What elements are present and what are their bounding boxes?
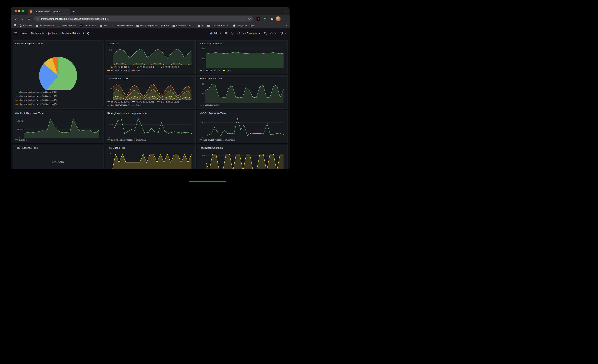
flag-extension-button[interactable] [262,16,268,22]
panel-title[interactable]: MySQL Response Time [199,111,285,115]
grafana-favicon-icon [30,10,33,13]
bookmark-item[interactable]: AI [198,24,203,27]
total-inbound-calls-chart[interactable]: 02016:11:0016:12:0016:13:0016:14:0016:15… [107,81,193,100]
inbound-response-codes-pie-chart[interactable] [15,46,101,90]
mysql-response-time-chart[interactable]: 0 ms50 ms16:11:0016:12:0016:13:0016:14:0… [199,115,285,138]
webhook-response-time-chart[interactable]: 0 ms250 ms500 ms16:11:0016:12:0016:13:00… [15,115,101,138]
bookmark-item[interactable]: hosted services [36,24,54,27]
legend-item[interactable]: sbc_terminations.mean {sipStatus: 487} [16,94,101,98]
panel-title[interactable]: Feature Server Calls [199,77,285,81]
site-info-icon[interactable] [36,17,39,20]
bookmark-star-icon[interactable] [248,17,251,20]
legend-item[interactable]: Total [223,69,231,72]
legend-item[interactable]: ip-172-20-10-126:3 [107,103,129,107]
forward-button[interactable] [19,16,25,22]
address-bar[interactable]: grafana.jambonz.cloud/d/oAM51epMz/jambon… [34,16,253,22]
panel-title[interactable]: TTS Response Time [15,146,101,150]
rtpengine-response-time-chart[interactable]: 0 ms5 ms16:11:0016:12:0016:13:0016:14:00… [107,115,193,138]
legend-item[interactable]: app_rtpengine_response_time.mean [107,138,146,142]
window-zoom-button[interactable] [22,10,24,12]
legend-item[interactable]: ip-172-20-10-126:3 [107,69,129,72]
bookmark-item[interactable]: Bard [160,24,169,27]
add-panel-icon [210,32,213,35]
feature-server-calls-chart[interactable]: 0204016:11:0016:12:0016:13:0016:14:0016:… [199,81,285,103]
window-close-button[interactable] [15,10,17,12]
panel-title[interactable]: Total Media Streams [199,41,285,46]
breadcrumb-separator: › [29,32,30,35]
bookmark-item[interactable]: UI builder framew... [207,24,229,27]
bookmarks-overflow-button[interactable]: » [286,24,287,27]
tab-overview-button[interactable] [284,9,287,13]
legend-item[interactable]: ip-172-20-10-126:1 [132,65,154,69]
panel-title[interactable]: Inbound Response Codes [15,41,101,46]
legend-item[interactable]: Total [132,69,141,72]
panel-title[interactable]: Total Calls [107,41,193,46]
folder-icon [36,24,39,27]
breadcrumb-item[interactable]: Dashboards [31,32,44,35]
legend-item[interactable]: sbc_terminations.mean {sipStatus: 603} [16,102,101,106]
legend-item[interactable]: ip-172-20-10-126:2 [157,100,179,103]
legend-item[interactable]: ip-172-20-10-252 [199,103,220,107]
svg-text:0 ms: 0 ms [19,137,23,138]
legend-item[interactable]: ip-172-20-10-126:2 [157,65,179,69]
tab-close-icon[interactable]: × [66,10,68,13]
legend-item[interactable]: ip-172-20-10-126:1 [132,100,154,103]
legend-item[interactable]: sbc_terminations.mean {sipStatus: 200} [16,90,101,94]
bookmark-label: UI builder framew... [211,24,229,27]
bookmark-item[interactable]: CLG-man email [80,24,96,27]
panel-title[interactable]: Total Inbound Calls [107,77,193,81]
extensions-menu-button[interactable] [269,16,274,22]
panel-title[interactable]: Webhook Response Time [15,111,101,115]
bookmark-item[interactable]: fern [100,24,107,27]
dashboard-settings-button[interactable] [231,32,234,35]
browser-tab[interactable]: Jambonz Metrics – jambonz × [28,8,70,15]
freeswitch-channels-chart[interactable]: 010016:11:0016:12:0016:13:0016:14:0016:1… [199,150,285,169]
legend-swatch [132,67,135,67]
favorite-star-icon[interactable]: ★ [82,32,84,35]
menu-toggle-button[interactable] [14,32,17,35]
legend-swatch [199,70,202,71]
apps-grid-icon[interactable] [13,24,16,27]
breadcrumb-item[interactable]: Home [21,32,27,35]
legend-item[interactable]: ip-172-20-10-126:0 [107,100,129,103]
breadcrumb-item[interactable]: Jambonz Metrics [61,32,80,35]
tv-mode-button[interactable] [280,32,286,35]
bookmark-item[interactable]: React Flow Pro [58,24,76,27]
legend-item[interactable]: ip-172-20-10-126 [199,69,220,72]
zoom-out-time-button[interactable] [264,32,267,35]
new-tab-button[interactable]: + [73,10,75,13]
add-button[interactable]: Add [210,32,221,35]
panel-title[interactable]: Freeswitch Channels [199,146,285,150]
total-media-streams-chart[interactable]: 020040016:11:0016:12:0016:13:0016:14:001… [199,46,285,68]
time-range-picker[interactable]: Last 5 minutes [237,32,260,35]
url-text[interactable]: grafana.jambonz.cloud/d/oAM51epMz/jambon… [41,17,246,20]
legend-label: ip-172-20-10-126:2 [161,66,179,68]
breadcrumb-item[interactable]: jambonz [48,32,57,35]
legend-item[interactable]: Total [132,103,141,107]
legend-item[interactable]: app_mysql_response_time.mean [199,138,234,142]
svg-text:0 ms: 0 ms [109,137,113,138]
save-dashboard-button[interactable] [225,32,228,35]
reload-button[interactable] [26,16,32,22]
legend-item[interactable]: average [15,138,27,142]
svg-text:0: 0 [203,68,205,68]
legend-item[interactable]: sbc_terminations.mean {sipStatus: 480} [16,98,101,102]
panel-title[interactable]: Rtpengine command response time [107,111,193,115]
share-button[interactable] [87,32,90,35]
browser-toolbar: grafana.jambonz.cloud/d/oAM51epMz/jambon… [11,15,290,23]
bookmark-item[interactable]: cLaunch Dashboard [111,24,133,27]
panel-title[interactable]: TTS Cache Hits [107,146,193,150]
extension-badge-button[interactable] [255,16,261,22]
back-button[interactable] [13,16,19,22]
total-calls-chart[interactable]: 05016:11:0016:12:0016:13:0016:14:0016:15… [107,46,193,65]
window-minimize-button[interactable] [18,10,20,12]
bookmark-item[interactable]: Online tax portals [136,24,157,27]
browser-menu-button[interactable] [282,16,288,22]
refresh-button[interactable] [270,32,276,35]
bookmark-item[interactable]: Playground – Ope... [233,24,256,27]
profile-button[interactable] [275,16,281,22]
legend-item[interactable]: ip-172-20-10-126:0 [107,65,129,69]
bookmark-item[interactable]: Call center comp... [172,24,194,27]
tts-cache-hits-chart[interactable]: 0216:11:0016:12:0016:13:0016:14:0016:15:… [107,150,193,169]
bookmark-item[interactable]: ChatGPT [19,24,32,27]
